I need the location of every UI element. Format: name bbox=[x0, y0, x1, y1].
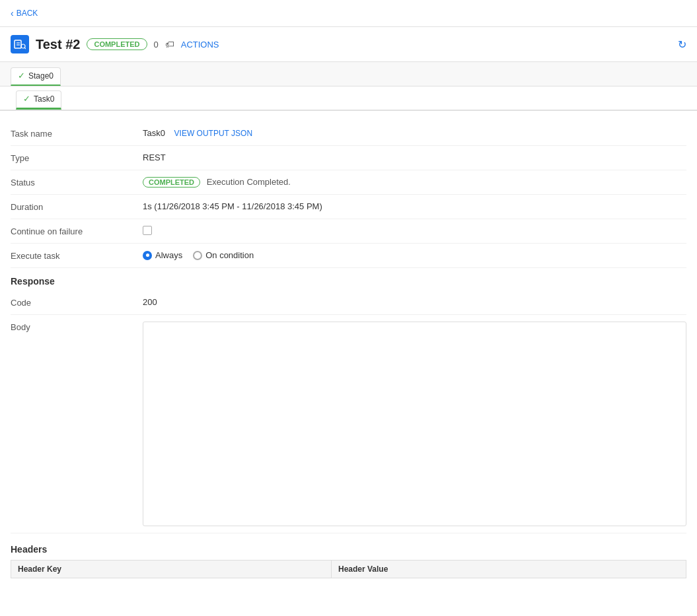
actions-button[interactable]: ACTIONS bbox=[181, 40, 219, 50]
task-name-label: Task name bbox=[11, 128, 143, 139]
stage-tab-stage0[interactable]: ✓ Stage0 bbox=[11, 67, 61, 86]
svg-rect-0 bbox=[15, 40, 21, 48]
duration-row: Duration 1s (11/26/2018 3:45 PM - 11/26/… bbox=[11, 195, 686, 219]
status-value: COMPLETED Execution Completed. bbox=[143, 177, 686, 188]
duration-label: Duration bbox=[11, 201, 143, 212]
stage-check-icon: ✓ bbox=[18, 71, 25, 81]
top-bar: ‹ BACK bbox=[0, 0, 697, 27]
back-link[interactable]: ‹ BACK bbox=[11, 8, 38, 18]
stage-tabs-container: ✓ Stage0 bbox=[0, 62, 697, 86]
headers-table: Header Key Header Value bbox=[11, 560, 686, 578]
task-tabs-container: ✓ Task0 bbox=[0, 86, 697, 111]
code-row: Code 200 bbox=[11, 291, 686, 315]
type-label: Type bbox=[11, 153, 143, 163]
circle-count: 0 bbox=[154, 40, 159, 50]
type-value: REST bbox=[143, 153, 686, 162]
headers-title: Headers bbox=[11, 544, 686, 555]
continue-failure-row: Continue on failure bbox=[11, 219, 686, 244]
task-tab-label: Task0 bbox=[34, 94, 54, 104]
header: Test #2 COMPLETED 0 🏷 ACTIONS ↻ bbox=[0, 27, 697, 62]
status-badge: COMPLETED bbox=[87, 38, 147, 50]
view-output-link[interactable]: VIEW OUTPUT JSON bbox=[174, 129, 252, 138]
headers-section: Headers Header Key Header Value bbox=[11, 544, 686, 578]
task-name-value: Task0 VIEW OUTPUT JSON bbox=[143, 128, 686, 138]
task-name-text: Task0 bbox=[143, 128, 165, 138]
page-title: Test #2 bbox=[36, 37, 80, 52]
continue-failure-value bbox=[143, 226, 686, 235]
test-icon bbox=[11, 35, 29, 53]
svg-point-3 bbox=[21, 44, 25, 48]
body-textarea[interactable] bbox=[143, 322, 686, 526]
radio-condition-empty bbox=[193, 251, 202, 260]
task-check-icon: ✓ bbox=[23, 94, 30, 104]
body-value-container bbox=[143, 322, 686, 526]
code-value: 200 bbox=[143, 297, 686, 307]
body-row: Body bbox=[11, 315, 686, 533]
continue-failure-checkbox[interactable] bbox=[143, 226, 152, 235]
execute-task-row: Execute task Always On condition bbox=[11, 244, 686, 268]
refresh-icon[interactable]: ↻ bbox=[678, 38, 686, 51]
code-label: Code bbox=[11, 297, 143, 308]
execute-always-radio[interactable]: Always bbox=[143, 250, 182, 260]
tag-icon: 🏷 bbox=[165, 39, 174, 50]
back-label: BACK bbox=[17, 9, 38, 18]
type-row: Type REST bbox=[11, 146, 686, 170]
svg-line-4 bbox=[25, 48, 26, 50]
execute-condition-label: On condition bbox=[205, 250, 254, 260]
content-area: Task name Task0 VIEW OUTPUT JSON Type RE… bbox=[0, 111, 697, 589]
status-badge-inline: COMPLETED bbox=[143, 177, 200, 188]
col-header-key: Header Key bbox=[11, 561, 332, 578]
task-name-row: Task name Task0 VIEW OUTPUT JSON bbox=[11, 121, 686, 146]
radio-always-filled bbox=[143, 251, 152, 260]
continue-failure-label: Continue on failure bbox=[11, 226, 143, 236]
back-arrow-icon: ‹ bbox=[11, 8, 14, 18]
execution-text: Execution Completed. bbox=[207, 177, 291, 187]
status-label: Status bbox=[11, 177, 143, 188]
stage-tab-label: Stage0 bbox=[28, 71, 54, 81]
execute-condition-radio[interactable]: On condition bbox=[193, 250, 254, 260]
status-row: Status COMPLETED Execution Completed. bbox=[11, 170, 686, 195]
execute-task-label: Execute task bbox=[11, 250, 143, 261]
response-section-title: Response bbox=[11, 268, 686, 291]
col-header-value: Header Value bbox=[332, 561, 686, 578]
execute-task-value: Always On condition bbox=[143, 250, 686, 260]
duration-value: 1s (11/26/2018 3:45 PM - 11/26/2018 3:45… bbox=[143, 201, 686, 211]
task-tab-task0[interactable]: ✓ Task0 bbox=[16, 90, 61, 110]
body-label: Body bbox=[11, 322, 143, 332]
execute-always-label: Always bbox=[155, 250, 182, 260]
